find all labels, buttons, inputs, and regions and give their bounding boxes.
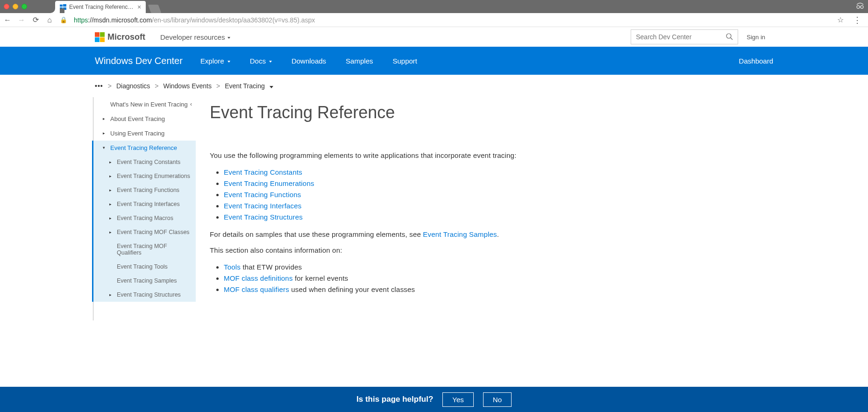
- developer-resources-label: Developer resources: [160, 33, 225, 41]
- sidebar-item-structures[interactable]: Event Tracing Structures: [93, 288, 196, 302]
- svg-rect-1: [63, 4, 66, 7]
- bookmark-star-icon[interactable]: ☆: [837, 15, 844, 24]
- svg-rect-2: [60, 7, 63, 9]
- maximize-window-button[interactable]: [21, 4, 27, 9]
- link-functions[interactable]: Event Tracing Functions: [224, 191, 301, 199]
- windows-favicon-icon: [60, 4, 66, 10]
- breadcrumb-ellipsis[interactable]: •••: [95, 82, 103, 90]
- breadcrumb-event-tracing[interactable]: Event Tracing: [225, 82, 273, 90]
- sidebar-item-tools[interactable]: Event Tracing Tools: [93, 260, 196, 274]
- chrome-menu-button[interactable]: ⋮: [850, 15, 864, 25]
- chevron-down-icon: [227, 57, 230, 65]
- link-samples[interactable]: Event Tracing Samples: [423, 230, 497, 238]
- url-path: /en-us/library/windows/desktop/aa363802(…: [152, 16, 315, 24]
- content: Event Tracing Reference You use the foll…: [196, 97, 517, 320]
- list-item: Event Tracing Enumerations: [224, 178, 517, 189]
- search-box[interactable]: [631, 29, 738, 44]
- expand-icon: [109, 216, 112, 220]
- nav-docs[interactable]: Docs: [250, 57, 272, 65]
- site-nav: Windows Dev Center Explore Docs Download…: [0, 47, 868, 75]
- incognito-icon: [856, 2, 864, 11]
- window-titlebar: Event Tracing Reference (Wind ×: [0, 0, 868, 13]
- sidebar-item-mof-classes[interactable]: Event Tracing MOF Classes: [93, 225, 196, 239]
- microsoft-logo-icon: [95, 32, 105, 42]
- home-button[interactable]: ⌂: [46, 16, 53, 24]
- expand-icon: [109, 202, 112, 206]
- nav-dashboard[interactable]: Dashboard: [739, 57, 773, 65]
- expand-icon: [109, 174, 112, 178]
- list-item: MOF class qualifiers used when defining …: [224, 284, 517, 295]
- link-structures[interactable]: Event Tracing Structures: [224, 213, 303, 221]
- svg-rect-0: [60, 5, 63, 7]
- sidebar-item-constants[interactable]: Event Tracing Constants: [93, 155, 196, 169]
- secure-lock-icon[interactable]: 🔒: [60, 16, 67, 23]
- url-field[interactable]: https://msdn.microsoft.com/en-us/library…: [74, 16, 831, 24]
- tab-close-icon[interactable]: ×: [137, 3, 141, 11]
- nav-explore[interactable]: Explore: [200, 57, 230, 65]
- microsoft-logo-text: Microsoft: [107, 32, 145, 42]
- list-item: Event Tracing Interfaces: [224, 200, 517, 212]
- link-tools[interactable]: Tools: [224, 263, 241, 271]
- breadcrumb: ••• > Diagnostics > Windows Events > Eve…: [0, 75, 868, 97]
- nav-downloads[interactable]: Downloads: [292, 57, 326, 65]
- list-item: MOF class definitions for kernel events: [224, 273, 517, 284]
- samples-paragraph: For details on samples that use these pr…: [210, 229, 517, 240]
- breadcrumb-windows-events[interactable]: Windows Events: [163, 82, 211, 90]
- nav-samples[interactable]: Samples: [346, 57, 373, 65]
- site-brand[interactable]: Windows Dev Center: [95, 56, 183, 66]
- link-interfaces[interactable]: Event Tracing Interfaces: [224, 202, 302, 210]
- nav-support[interactable]: Support: [392, 57, 417, 65]
- breadcrumb-sep: >: [108, 82, 112, 90]
- sidebar-item-macros[interactable]: Event Tracing Macros: [93, 211, 196, 225]
- breadcrumb-diagnostics[interactable]: Diagnostics: [116, 82, 150, 90]
- info-list: Tools that ETW provides MOF class defini…: [210, 262, 517, 295]
- new-tab-button[interactable]: [148, 5, 162, 13]
- expand-icon: [109, 292, 112, 297]
- sidebar-item-reference[interactable]: Event Tracing Reference: [93, 141, 196, 155]
- sidebar-item-interfaces[interactable]: Event Tracing Interfaces: [93, 197, 196, 211]
- sidebar-item-whats-new[interactable]: What's New in Event Tracing: [93, 97, 196, 112]
- search-icon[interactable]: [726, 33, 733, 42]
- chevron-down-icon: [268, 57, 272, 65]
- developer-resources-dropdown[interactable]: Developer resources: [160, 33, 230, 41]
- breadcrumb-sep: >: [216, 82, 220, 90]
- browser-tab[interactable]: Event Tracing Reference (Wind ×: [55, 1, 146, 13]
- sidebar-item-enumerations[interactable]: Event Tracing Enumerations: [93, 169, 196, 183]
- signin-link[interactable]: Sign in: [747, 34, 765, 41]
- back-button[interactable]: ←: [4, 16, 11, 24]
- address-bar: ← → ⟳ ⌂ 🔒 https://msdn.microsoft.com/en-…: [0, 13, 868, 27]
- list-item: Event Tracing Functions: [224, 189, 517, 200]
- close-window-button[interactable]: [4, 4, 9, 9]
- tab-title: Event Tracing Reference (Wind: [69, 4, 135, 10]
- url-scheme: https: [74, 16, 88, 24]
- sidebar-item-using[interactable]: Using Event Tracing: [93, 126, 196, 141]
- page-title: Event Tracing Reference: [210, 103, 517, 122]
- reload-button[interactable]: ⟳: [32, 15, 39, 24]
- list-item: Tools that ETW provides: [224, 262, 517, 273]
- expand-icon: [103, 131, 105, 135]
- sidebar-item-about[interactable]: About Event Tracing: [93, 112, 196, 126]
- expand-icon: [109, 188, 112, 192]
- sidebar-item-samples[interactable]: Event Tracing Samples: [93, 274, 196, 288]
- search-input[interactable]: [636, 33, 720, 41]
- forward-button[interactable]: →: [18, 16, 25, 24]
- minimize-window-button[interactable]: [13, 4, 18, 9]
- link-mof-qualifiers[interactable]: MOF class qualifiers: [224, 285, 289, 293]
- main-area: ‹ What's New in Event Tracing About Even…: [0, 97, 868, 320]
- window-controls: [4, 4, 27, 9]
- sidebar-item-functions[interactable]: Event Tracing Functions: [93, 183, 196, 197]
- svg-point-5: [861, 6, 863, 8]
- link-enumerations[interactable]: Event Tracing Enumerations: [224, 179, 314, 187]
- link-mof-definitions[interactable]: MOF class definitions: [224, 274, 293, 282]
- svg-point-6: [726, 34, 731, 38]
- sidebar-active-group: Event Tracing Reference Event Tracing Co…: [92, 141, 196, 302]
- link-constants[interactable]: Event Tracing Constants: [224, 168, 302, 176]
- sidebar: ‹ What's New in Event Tracing About Even…: [93, 97, 196, 320]
- chevron-down-icon: [269, 84, 273, 89]
- section-info-paragraph: This section also contains information o…: [210, 245, 517, 256]
- expand-icon: [109, 160, 112, 164]
- expand-icon: [103, 116, 105, 121]
- sidebar-item-mof-qualifiers[interactable]: Event Tracing MOF Qualifiers: [93, 239, 196, 260]
- microsoft-logo[interactable]: Microsoft: [95, 32, 145, 42]
- list-item: Event Tracing Constants: [224, 167, 517, 178]
